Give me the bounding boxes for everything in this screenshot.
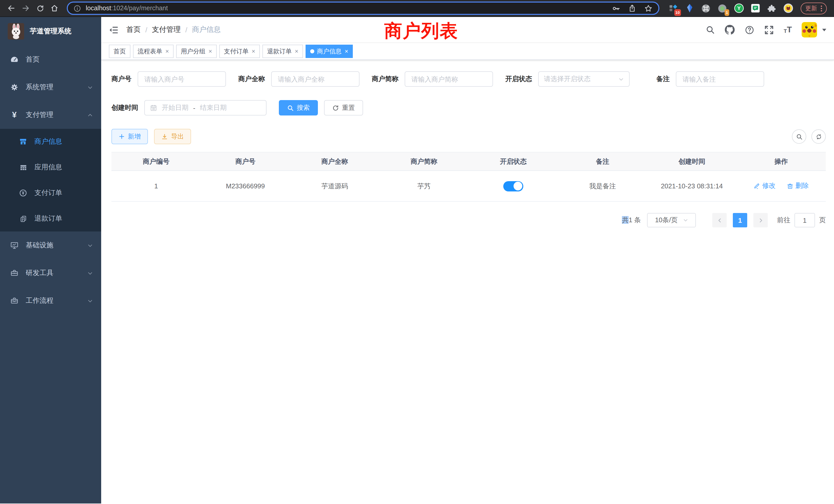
sidebar-item-refund-order[interactable]: 退款订单: [0, 206, 101, 231]
browser-menu-dots-icon[interactable]: [821, 5, 822, 12]
browser-back-button[interactable]: [5, 2, 18, 14]
prev-page-button[interactable]: [712, 213, 727, 227]
trash-icon: [787, 183, 793, 189]
cell-short-name: 芋艿: [379, 171, 468, 202]
url-text: localhost:1024/pay/merchant: [86, 5, 168, 12]
sidebar-fold-icon[interactable]: [109, 25, 118, 35]
add-button[interactable]: 新增: [111, 129, 148, 144]
sidebar-item-pay[interactable]: ¥ 支付管理: [0, 101, 101, 129]
avatar-caret-icon[interactable]: [822, 28, 826, 31]
cell-merchant-id: 1: [111, 171, 201, 202]
breadcrumb-home[interactable]: 首页: [126, 25, 141, 35]
font-size-icon[interactable]: TT: [784, 26, 792, 34]
sidebar-item-merchant-info[interactable]: 商户信息: [0, 129, 101, 155]
sidebar-item-pay-order[interactable]: 支付订单: [0, 180, 101, 206]
sidebar-item-workflow[interactable]: 工作流程: [0, 287, 101, 315]
sidebar-item-dev-tools[interactable]: 研发工具: [0, 259, 101, 287]
tab-close-icon[interactable]: ×: [345, 48, 348, 54]
col-full-name: 商户全称: [290, 152, 379, 171]
refresh-icon: [332, 105, 339, 111]
breadcrumb-pay[interactable]: 支付管理: [152, 25, 181, 35]
tab-merchant-info[interactable]: 商户信息×: [306, 45, 353, 58]
date-range-picker[interactable]: 开始日期 - 结束日期: [144, 100, 266, 115]
tab-pay-order[interactable]: 支付订单×: [219, 45, 260, 58]
browser-home-button[interactable]: [48, 2, 61, 14]
filter-row-2: 创建时间 开始日期 - 结束日期 搜索 重置: [111, 100, 826, 115]
cell-create-time: 2021-10-23 08:31:14: [647, 171, 737, 202]
extension-columns-icon[interactable]: 10: [667, 3, 678, 14]
full-name-input[interactable]: [271, 71, 359, 87]
tab-process-form[interactable]: 流程表单×: [133, 45, 174, 58]
app-shell: 芋道管理系统 首页 系统管理 ¥ 支付管理: [0, 17, 834, 503]
next-page-button[interactable]: [753, 213, 768, 227]
annotation-merchant-list: 商户列表: [384, 19, 458, 43]
password-key-icon[interactable]: [612, 4, 620, 13]
user-avatar[interactable]: [802, 22, 817, 38]
extension-command-icon[interactable]: [701, 3, 711, 14]
extension-badge: 10: [674, 9, 681, 16]
extension-y-icon[interactable]: Y: [733, 3, 744, 14]
cell-full-name: 芋道源码: [290, 171, 379, 202]
merchant-no-input[interactable]: [138, 71, 226, 87]
extension-kite-icon[interactable]: [684, 3, 695, 14]
forward-arrow-icon: [22, 4, 30, 12]
sidebar-item-system[interactable]: 系统管理: [0, 73, 101, 101]
status-toggle[interactable]: [503, 181, 523, 191]
navbar-tools: TT: [706, 22, 826, 38]
tab-refund-order[interactable]: 退款订单×: [262, 45, 303, 58]
browser-reload-button[interactable]: [34, 2, 46, 14]
tab-user-group[interactable]: 用户分组×: [176, 45, 217, 58]
browser-update-button[interactable]: 更新: [800, 2, 827, 14]
header-search-icon[interactable]: [706, 25, 715, 35]
col-merchant-id: 商户编号: [111, 152, 201, 171]
app-logo-rabbit: [8, 23, 24, 40]
extensions-puzzle-icon[interactable]: [766, 3, 777, 14]
filter-full-name: 商户全称: [238, 71, 359, 87]
goto-page-input[interactable]: [794, 213, 815, 227]
cell-actions: 修改 删除: [737, 171, 826, 202]
remark-input[interactable]: [676, 71, 764, 87]
sidebar-item-home[interactable]: 首页: [0, 46, 101, 73]
page-size-select[interactable]: 10条/页: [647, 213, 696, 227]
reset-button[interactable]: 重置: [324, 100, 363, 115]
delete-link[interactable]: 删除: [787, 181, 809, 191]
tab-home[interactable]: 首页: [109, 45, 130, 58]
search-button[interactable]: 搜索: [279, 100, 318, 115]
app-title: 芋道管理系统: [30, 27, 71, 36]
shop-icon: [19, 138, 27, 146]
bookmark-star-icon[interactable]: [644, 4, 653, 13]
toggle-search-button[interactable]: [792, 129, 806, 144]
refresh-table-button[interactable]: [811, 129, 826, 144]
help-icon[interactable]: [745, 25, 754, 35]
total-count: 共1 条: [622, 215, 641, 225]
sidebar-item-infra[interactable]: 基础设施: [0, 231, 101, 259]
status-select[interactable]: 请选择开启状态: [538, 71, 630, 87]
browser-profile-avatar[interactable]: [783, 3, 793, 14]
address-bar[interactable]: localhost:1024/pay/merchant: [67, 2, 659, 15]
browser-toolbar: localhost:1024/pay/merchant 10 1: [0, 0, 834, 17]
sidebar-logo[interactable]: 芋道管理系统: [0, 17, 101, 46]
browser-forward-button[interactable]: [20, 2, 32, 14]
short-name-input[interactable]: [405, 71, 493, 87]
tab-close-icon[interactable]: ×: [208, 48, 212, 54]
github-icon[interactable]: [725, 25, 735, 35]
tab-close-icon[interactable]: ×: [295, 48, 299, 54]
extension-recorder-icon[interactable]: 1: [717, 3, 728, 14]
yen-icon: ¥: [10, 111, 19, 119]
goto-label: 前往: [777, 215, 790, 225]
current-page-button[interactable]: 1: [733, 213, 747, 227]
share-icon[interactable]: [628, 4, 636, 12]
svg-text:Y: Y: [737, 5, 741, 11]
extension-chat-icon[interactable]: [750, 3, 761, 14]
export-button[interactable]: 导出: [154, 129, 191, 144]
table-row: 1 M233666999 芋道源码 芋艿 我是备注 2021-10-23 08:…: [111, 171, 826, 202]
site-info-icon[interactable]: [73, 4, 81, 12]
edit-link[interactable]: 修改: [754, 181, 776, 191]
fullscreen-icon[interactable]: [764, 25, 774, 35]
tab-close-icon[interactable]: ×: [251, 48, 255, 54]
chevron-right-icon: [758, 217, 763, 223]
tab-close-icon[interactable]: ×: [166, 48, 169, 54]
top-navbar: 首页 / 支付管理 / 商户信息: [101, 17, 834, 43]
sidebar-item-app-info[interactable]: 应用信息: [0, 155, 101, 180]
grid-icon: [19, 163, 27, 171]
